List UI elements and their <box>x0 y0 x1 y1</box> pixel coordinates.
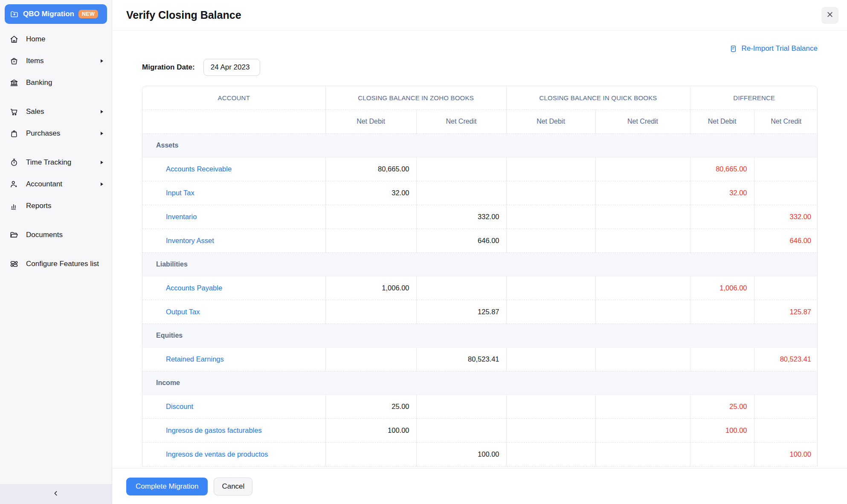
migration-date-row: Migration Date: 24 Apr 2023 <box>142 59 818 76</box>
nav-group: Time TrackingAccountantReports <box>0 151 112 217</box>
sidebar-item-label: Home <box>26 35 103 43</box>
diff-credit-cell: 646.00 <box>754 229 818 252</box>
column-header-zoho-books: CLOSING BALANCE IN ZOHO BOOKS <box>325 86 506 110</box>
account-cell: Input Tax <box>142 181 325 205</box>
sidebar-item-configure-features-list[interactable]: Configure Features list <box>0 253 112 275</box>
diff-debit-cell <box>690 442 754 466</box>
diff-credit-cell <box>754 394 818 418</box>
column-header-account: ACCOUNT <box>142 86 325 110</box>
complete-migration-button[interactable]: Complete Migration <box>126 478 208 495</box>
sidebar-item-purchases[interactable]: Purchases <box>0 122 112 144</box>
qb-credit-cell <box>595 157 690 181</box>
qb-credit-cell <box>595 205 690 229</box>
account-cell: Output Tax <box>142 300 325 324</box>
section-label: Assets <box>142 133 818 157</box>
zb-debit-cell <box>325 205 416 229</box>
migration-date-input[interactable]: 24 Apr 2023 <box>203 59 260 76</box>
account-row: Output Tax125.87125.87 <box>142 300 818 324</box>
sub-header-net-debit: Net Debit <box>690 110 754 133</box>
chevron-right-icon <box>101 59 103 63</box>
reimport-label: Re-Import Trial Balance <box>741 44 818 53</box>
sidebar-item-time-tracking[interactable]: Time Tracking <box>0 151 112 173</box>
sidebar-nav: HomeItemsBankingSalesPurchasesTime Track… <box>0 28 112 275</box>
account-link[interactable]: Ingresos de gastos facturables <box>166 426 262 434</box>
diff-credit-cell: 332.00 <box>754 205 818 229</box>
diff-credit-cell <box>754 276 818 300</box>
account-link[interactable]: Retained Earnings <box>166 355 224 363</box>
closing-balance-table: ACCOUNT CLOSING BALANCE IN ZOHO BOOKS CL… <box>142 86 818 466</box>
chevron-right-icon <box>101 132 103 135</box>
sidebar-item-banking[interactable]: Banking <box>0 72 112 93</box>
account-link[interactable]: Ingresos de ventas de productos <box>166 450 268 458</box>
table-group-header-row: ACCOUNT CLOSING BALANCE IN ZOHO BOOKS CL… <box>142 86 818 110</box>
zb-debit-cell: 80,665.00 <box>325 157 416 181</box>
sidebar-item-documents[interactable]: Documents <box>0 224 112 246</box>
account-row: Inventory Asset646.00646.00 <box>142 229 818 252</box>
sidebar-collapse-button[interactable] <box>0 484 112 504</box>
sidebar: QBO Migration NEW HomeItemsBankingSalesP… <box>0 0 112 504</box>
sidebar-item-items[interactable]: Items <box>0 50 112 72</box>
section-label: Income <box>142 371 818 394</box>
zb-debit-cell <box>325 229 416 252</box>
qb-credit-cell <box>595 347 690 371</box>
items-icon <box>9 56 19 66</box>
sidebar-item-label: Items <box>26 57 93 65</box>
cancel-button[interactable]: Cancel <box>214 478 252 495</box>
reimport-trial-balance-link[interactable]: Re-Import Trial Balance <box>729 44 818 53</box>
sub-header-net-debit: Net Debit <box>325 110 416 133</box>
diff-credit-cell: 125.87 <box>754 300 818 324</box>
account-cell: Ingresos de ventas de productos <box>142 442 325 466</box>
account-row: Discount25.0025.00 <box>142 394 818 418</box>
account-row: Retained Earnings80,523.4180,523.41 <box>142 347 818 371</box>
chevron-right-icon <box>101 110 103 113</box>
section-row: Equities <box>142 324 818 347</box>
chart-icon <box>9 201 19 211</box>
zb-credit-cell: 332.00 <box>416 205 506 229</box>
sidebar-item-accountant[interactable]: Accountant <box>0 173 112 195</box>
diff-credit-cell: 100.00 <box>754 442 818 466</box>
sidebar-item-sales[interactable]: Sales <box>0 101 112 122</box>
sidebar-item-home[interactable]: Home <box>0 28 112 50</box>
folder-icon <box>9 230 19 240</box>
sidebar-item-label: Time Tracking <box>26 158 93 167</box>
qb-debit-cell <box>506 300 595 324</box>
qb-credit-cell <box>595 181 690 205</box>
account-link[interactable]: Accounts Payable <box>166 284 222 292</box>
qb-debit-cell <box>506 205 595 229</box>
sidebar-item-label: Accountant <box>26 180 93 188</box>
section-row: Liabilities <box>142 252 818 276</box>
stopwatch-icon <box>9 158 19 167</box>
panel-body: Re-Import Trial Balance Migration Date: … <box>113 31 847 468</box>
account-link[interactable]: Accounts Receivable <box>166 165 232 173</box>
account-link[interactable]: Input Tax <box>166 189 194 197</box>
reimport-row: Re-Import Trial Balance <box>142 44 818 53</box>
close-button[interactable] <box>821 7 838 24</box>
diff-debit-cell <box>690 229 754 252</box>
account-cell: Inventory Asset <box>142 229 325 252</box>
zb-credit-cell: 646.00 <box>416 229 506 252</box>
account-link[interactable]: Inventario <box>166 213 197 220</box>
nav-group: HomeItemsBanking <box>0 28 112 93</box>
qb-credit-cell <box>595 300 690 324</box>
close-icon <box>826 11 834 20</box>
folder-export-icon <box>10 10 19 19</box>
sub-header-net-debit: Net Debit <box>506 110 595 133</box>
sidebar-item-reports[interactable]: Reports <box>0 195 112 217</box>
sidebar-item-qbo-migration[interactable]: QBO Migration NEW <box>5 4 107 24</box>
diff-debit-cell: 100.00 <box>690 418 754 442</box>
panel-footer: Complete Migration Cancel <box>113 468 847 504</box>
nav-group: SalesPurchases <box>0 101 112 144</box>
section-label: Liabilities <box>142 252 818 276</box>
qb-debit-cell <box>506 181 595 205</box>
account-link[interactable]: Discount <box>166 403 193 410</box>
diff-credit-cell <box>754 157 818 181</box>
diff-debit-cell <box>690 347 754 371</box>
account-link[interactable]: Inventory Asset <box>166 237 214 244</box>
account-row: Ingresos de ventas de productos100.00100… <box>142 442 818 466</box>
sub-header-net-credit: Net Credit <box>754 110 818 133</box>
zb-debit-cell <box>325 347 416 371</box>
qb-credit-cell <box>595 276 690 300</box>
qb-debit-cell <box>506 229 595 252</box>
account-link[interactable]: Output Tax <box>166 308 200 316</box>
chevron-left-icon <box>52 490 59 498</box>
